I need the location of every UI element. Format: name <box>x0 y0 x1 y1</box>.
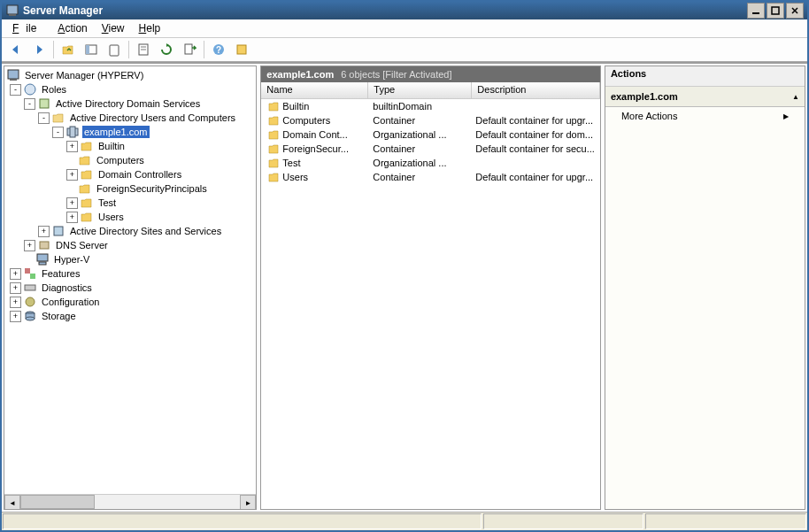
toggle-icon[interactable]: + <box>10 282 21 294</box>
list-cell-name: Builtin <box>282 101 309 112</box>
menu-help[interactable]: Help <box>132 22 168 35</box>
svg-rect-3 <box>772 7 779 14</box>
list-row[interactable]: TestOrganizational ... <box>261 156 600 170</box>
forward-button[interactable] <box>28 39 50 60</box>
column-description[interactable]: Description <box>472 82 600 98</box>
folder-icon <box>80 139 94 153</box>
toggle-icon[interactable]: + <box>66 169 78 181</box>
column-name[interactable]: Name <box>261 82 368 98</box>
refresh-button[interactable] <box>156 39 177 60</box>
scroll-right-button[interactable]: ► <box>240 495 256 510</box>
toggle-icon[interactable]: + <box>66 212 78 223</box>
list-row[interactable]: BuiltinbuiltinDomain <box>261 99 600 113</box>
menu-file[interactable]: File <box>5 22 50 35</box>
toggle-icon[interactable]: - <box>38 112 50 124</box>
tree-pane[interactable]: Server Manager (HYPERV) - Roles - Active… <box>4 66 257 510</box>
tree-node-features[interactable]: + Features <box>6 266 254 281</box>
scroll-track[interactable] <box>95 495 240 509</box>
actions-pane: Actions example1.com ▲ More Actions ▶ <box>605 66 805 510</box>
back-button[interactable] <box>5 39 27 60</box>
properties-button[interactable] <box>133 39 154 60</box>
titlebar: Server Manager <box>2 2 807 19</box>
delete-button[interactable] <box>104 39 125 60</box>
folder-icon <box>80 196 94 210</box>
list-cell-name: Computers <box>282 115 330 126</box>
filter-button[interactable] <box>231 39 252 60</box>
tree-node-builtin[interactable]: + Builtin <box>6 139 254 153</box>
close-button[interactable] <box>786 3 804 19</box>
tree-node-dns[interactable]: + DNS Server <box>6 238 254 252</box>
tree-view[interactable]: Server Manager (HYPERV) - Roles - Active… <box>4 66 256 325</box>
list-cell-desc: Default container for upgr... <box>470 172 600 182</box>
domain-icon <box>65 125 80 139</box>
tree-node-config[interactable]: + Configuration <box>6 295 254 309</box>
tree-node-roles[interactable]: - Roles <box>6 82 254 96</box>
up-button[interactable] <box>58 39 79 60</box>
dns-icon <box>37 238 51 252</box>
svg-rect-23 <box>39 262 46 265</box>
column-type[interactable]: Type <box>368 82 472 98</box>
list-cell-type: Container <box>367 115 470 126</box>
toggle-icon[interactable]: + <box>10 297 21 308</box>
show-hide-button[interactable] <box>81 39 102 60</box>
adss-icon <box>51 224 65 238</box>
toggle-icon[interactable]: - <box>24 98 35 110</box>
list-row[interactable]: ComputersContainerDefault container for … <box>261 113 600 127</box>
toggle-icon[interactable]: + <box>24 240 35 251</box>
tree-node-hyperv[interactable]: Hyper-V <box>6 252 254 266</box>
actions-title: Actions <box>605 66 805 87</box>
tree-node-domain[interactable]: - example1.com <box>6 125 254 139</box>
status-cell <box>645 513 806 529</box>
toggle-icon[interactable]: - <box>52 127 64 138</box>
toggle-icon[interactable]: + <box>10 311 21 322</box>
list-pane-info: 6 objects [Filter Activated] <box>341 69 451 80</box>
menu-view[interactable]: View <box>95 22 132 35</box>
toggle-icon[interactable]: + <box>66 197 78 209</box>
features-icon <box>23 266 37 281</box>
help-button[interactable]: ? <box>208 39 229 60</box>
svg-text:?: ? <box>216 45 221 55</box>
tree-node-adds[interactable]: - Active Directory Domain Services <box>6 96 254 111</box>
minimize-button[interactable] <box>747 3 765 19</box>
client-area: Server Manager (HYPERV) - Roles - Active… <box>2 62 807 512</box>
tree-node-fsp[interactable]: ForeignSecurityPrincipals <box>6 181 254 196</box>
tree-node-storage[interactable]: + Storage <box>6 309 254 323</box>
tree-node-users[interactable]: + Users <box>6 210 254 224</box>
toggle-icon[interactable]: + <box>38 226 50 237</box>
chevron-right-icon: ▶ <box>783 112 789 120</box>
scroll-thumb[interactable] <box>20 495 95 509</box>
menu-action[interactable]: Action <box>50 22 94 35</box>
window-controls <box>747 3 804 19</box>
scroll-left-button[interactable]: ◄ <box>4 495 20 510</box>
action-label: More Actions <box>621 111 678 121</box>
tree-node-root[interactable]: Server Manager (HYPERV) <box>6 68 254 82</box>
hyperv-icon <box>35 252 50 266</box>
statusbar <box>2 512 807 530</box>
tree-node-computers[interactable]: Computers <box>6 153 254 167</box>
actions-group-header[interactable]: example1.com ▲ <box>605 87 805 107</box>
folder-icon <box>78 153 92 167</box>
window-title: Server Manager <box>23 4 747 17</box>
roles-icon <box>23 82 37 96</box>
toggle-icon[interactable]: + <box>10 268 21 280</box>
tree-node-dc[interactable]: + Domain Controllers <box>6 167 254 181</box>
list-row[interactable]: ForeignSecur...ContainerDefault containe… <box>261 142 600 156</box>
list-column-headers: Name Type Description <box>261 82 600 99</box>
horizontal-scrollbar[interactable]: ◄ ► <box>4 494 256 509</box>
aduc-icon <box>51 111 65 125</box>
list-body[interactable]: BuiltinbuiltinDomainComputersContainerDe… <box>261 99 600 509</box>
tree-node-adss[interactable]: + Active Directory Sites and Services <box>6 224 254 238</box>
tree-node-diag[interactable]: + Diagnostics <box>6 281 254 295</box>
maximize-button[interactable] <box>767 3 784 19</box>
tree-node-test[interactable]: + Test <box>6 196 254 210</box>
action-more-actions[interactable]: More Actions ▶ <box>605 107 805 125</box>
list-row[interactable]: UsersContainerDefault container for upgr… <box>261 170 600 184</box>
status-cell <box>483 513 644 529</box>
toggle-icon[interactable]: - <box>10 84 21 96</box>
list-cell-type: builtinDomain <box>367 101 470 112</box>
export-button[interactable] <box>179 39 200 60</box>
folder-icon <box>266 114 281 127</box>
tree-node-aduc[interactable]: - Active Directory Users and Computers <box>6 111 254 125</box>
list-row[interactable]: Domain Cont...Organizational ...Default … <box>261 127 600 142</box>
toggle-icon[interactable]: + <box>66 141 78 152</box>
